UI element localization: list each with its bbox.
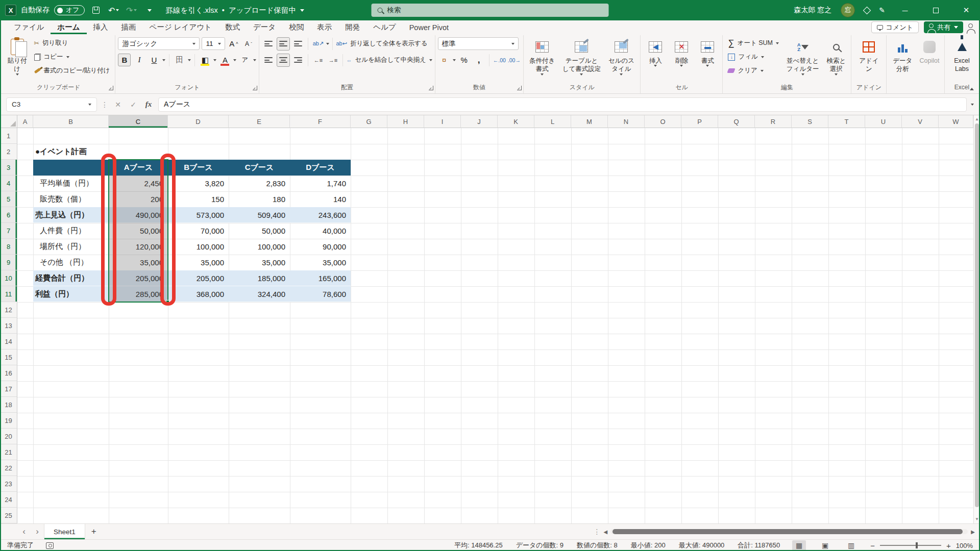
- underline-button[interactable]: U: [148, 54, 160, 66]
- column-header-T[interactable]: T: [828, 115, 865, 128]
- row-header-5[interactable]: 5: [0, 191, 17, 207]
- data-analysis-button[interactable]: データ分析: [889, 36, 916, 74]
- tab-insert[interactable]: 挿入: [87, 20, 115, 34]
- select-all-corner[interactable]: [0, 115, 17, 128]
- cell-D6[interactable]: 573,000: [168, 207, 229, 223]
- undo-button[interactable]: ↶: [107, 4, 120, 17]
- comments-button[interactable]: コメント: [871, 21, 919, 33]
- column-header-H[interactable]: H: [387, 115, 424, 128]
- orientation-button[interactable]: ab↗: [311, 37, 325, 51]
- column-header-O[interactable]: O: [645, 115, 681, 128]
- cell-B9[interactable]: その他 （円）: [40, 255, 88, 270]
- increase-decimal-button[interactable]: ←.00: [493, 54, 506, 66]
- search-box[interactable]: 検索: [372, 4, 609, 17]
- sort-filter-button[interactable]: AZ 並べ替えとフィルター: [783, 36, 822, 77]
- collapse-ribbon-icon[interactable]: [970, 88, 974, 90]
- cell-D3[interactable]: Bブース: [168, 160, 229, 176]
- row-header-24[interactable]: 24: [0, 492, 17, 508]
- expand-formula-bar-icon[interactable]: [971, 104, 974, 106]
- cut-button[interactable]: ✂切り取り: [32, 37, 113, 49]
- percent-format-button[interactable]: %: [458, 54, 471, 66]
- formula-input[interactable]: Aブース: [158, 97, 967, 112]
- cell-D7[interactable]: 70,000: [168, 223, 229, 239]
- excel-labs-button[interactable]: Excel Labs: [947, 36, 976, 74]
- chevron-down-icon[interactable]: [233, 59, 236, 61]
- clear-button[interactable]: クリア: [725, 64, 781, 77]
- cell-D10[interactable]: 205,000: [168, 270, 229, 286]
- chevron-down-icon[interactable]: [213, 59, 216, 61]
- add-sheet-button[interactable]: +: [85, 527, 103, 537]
- cell-F5[interactable]: 140: [290, 191, 351, 207]
- row-header-12[interactable]: 12: [0, 302, 17, 318]
- cell-B7[interactable]: 人件費（円）: [40, 223, 86, 239]
- column-header-R[interactable]: R: [755, 115, 792, 128]
- horizontal-scroll-thumb[interactable]: [612, 529, 963, 534]
- column-header-F[interactable]: F: [290, 115, 351, 128]
- page-layout-view-button[interactable]: ▣: [818, 540, 832, 551]
- cell-D8[interactable]: 100,000: [168, 239, 229, 255]
- fill-button[interactable]: ↓フィル: [725, 51, 781, 63]
- add-people-icon[interactable]: [968, 23, 973, 28]
- tab-data[interactable]: データ: [247, 20, 282, 34]
- row-header-20[interactable]: 20: [0, 429, 17, 444]
- format-as-table-button[interactable]: テーブルとして書式設定: [559, 36, 603, 77]
- fill-color-button[interactable]: ◧: [199, 54, 211, 66]
- align-left-button[interactable]: [262, 54, 275, 67]
- sheet-grid[interactable]: ABCDEFGHIJKLMNOPQRSTUVW12345678910111213…: [0, 115, 973, 523]
- row-header-21[interactable]: 21: [0, 444, 17, 460]
- row-header-10[interactable]: 10: [0, 270, 17, 286]
- cell-E10[interactable]: 185,000: [229, 270, 290, 286]
- cell-E6[interactable]: 509,400: [229, 207, 290, 223]
- next-sheet-icon[interactable]: ›: [31, 527, 44, 537]
- bold-button[interactable]: B: [118, 54, 131, 66]
- font-size-combo[interactable]: 11: [202, 37, 225, 50]
- cell-E11[interactable]: 324,400: [229, 286, 290, 302]
- dialog-launcher-icon[interactable]: [253, 86, 257, 90]
- find-select-button[interactable]: 検索と選択: [824, 36, 848, 77]
- column-header-V[interactable]: V: [902, 115, 939, 128]
- cell-B8[interactable]: 場所代（円）: [40, 239, 86, 255]
- row-header-2[interactable]: 2: [0, 144, 17, 160]
- prev-sheet-icon[interactable]: ‹: [17, 527, 31, 537]
- cell-D11[interactable]: 368,000: [168, 286, 229, 302]
- dialog-launcher-icon[interactable]: [429, 86, 433, 90]
- comma-format-button[interactable]: ,: [473, 54, 485, 66]
- vertical-scroll-thumb[interactable]: [975, 123, 979, 507]
- column-header-G[interactable]: G: [351, 115, 387, 128]
- horizontal-scroll-track[interactable]: [610, 529, 968, 534]
- document-title[interactable]: 罫線を引く.xlsx • アップロード保留中: [166, 6, 304, 15]
- insert-cells-button[interactable]: ◀ 挿入: [643, 36, 668, 68]
- row-header-1[interactable]: 1: [0, 128, 17, 144]
- chevron-down-icon[interactable]: [162, 59, 165, 61]
- zoom-level[interactable]: 100%: [956, 542, 973, 549]
- cell-E4[interactable]: 2,830: [229, 176, 290, 191]
- tab-power-pivot[interactable]: Power Pivot: [403, 20, 455, 34]
- paste-button[interactable]: 貼り付け: [5, 36, 30, 77]
- borders-button[interactable]: 田: [173, 54, 186, 66]
- number-format-combo[interactable]: 標準: [438, 37, 519, 50]
- cell-styles-button[interactable]: セルのスタイル: [605, 36, 638, 77]
- maximize-button[interactable]: [925, 0, 946, 20]
- column-header-D[interactable]: D: [168, 115, 229, 128]
- column-header-I[interactable]: I: [424, 115, 461, 128]
- cell-F4[interactable]: 1,740: [290, 176, 351, 191]
- cell-B5[interactable]: 販売数（個）: [40, 191, 86, 207]
- cell-B11[interactable]: 利益（円）: [35, 286, 74, 302]
- decrease-font-button[interactable]: Aˇ: [242, 37, 255, 50]
- cell-F11[interactable]: 78,600: [290, 286, 351, 302]
- align-right-button[interactable]: [291, 54, 305, 67]
- zoom-in-button[interactable]: +: [946, 541, 951, 550]
- sheet-tab-sheet1[interactable]: Sheet1: [44, 524, 85, 539]
- font-name-combo[interactable]: 游ゴシック: [118, 37, 200, 50]
- align-middle-button[interactable]: [277, 37, 290, 51]
- increase-indent-button[interactable]: →≡: [326, 54, 339, 67]
- decrease-indent-button[interactable]: ←≡: [311, 54, 325, 67]
- column-header-C[interactable]: C: [109, 115, 168, 128]
- autosum-button[interactable]: ∑オート SUM: [725, 37, 781, 49]
- row-header-18[interactable]: 18: [0, 397, 17, 413]
- zoom-slider[interactable]: [880, 545, 941, 546]
- column-header-P[interactable]: P: [681, 115, 718, 128]
- close-button[interactable]: ✕: [955, 0, 977, 20]
- tab-review[interactable]: 校閲: [282, 20, 310, 34]
- insert-function-icon[interactable]: fx: [143, 99, 154, 110]
